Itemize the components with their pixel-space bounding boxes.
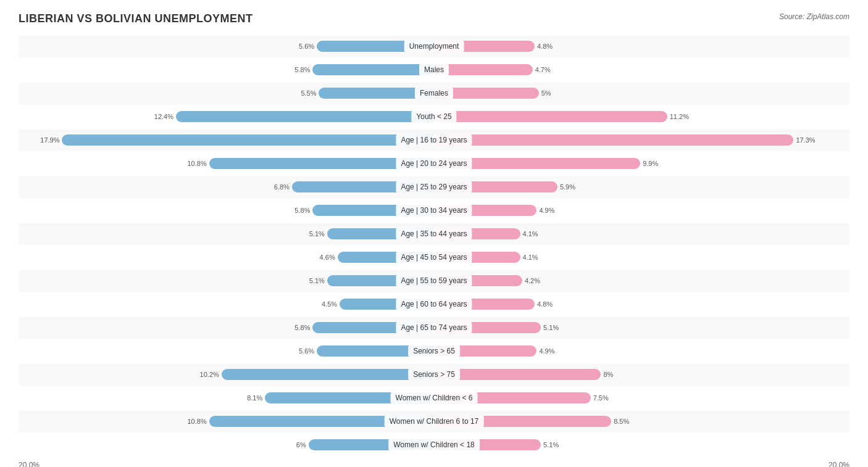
bolivian-bar <box>435 111 667 122</box>
axis-left-label: 20.0% <box>19 461 40 467</box>
left-section: 12.4% <box>19 105 434 128</box>
left-section: 6% <box>19 434 434 456</box>
bar-row: 10.8% Age | 20 to 24 years 9.9% <box>19 152 849 175</box>
chart-header: LIBERIAN VS BOLIVIAN UNEMPLOYMENT Source… <box>19 12 849 25</box>
right-section: 7.5% <box>434 387 849 409</box>
row-label: Age | 45 to 54 years <box>396 252 472 263</box>
right-section: 8.5% <box>434 410 849 432</box>
bar-row: 5.6% Unemployment 4.8% <box>19 35 849 57</box>
left-bar-wrapper: 17.9% <box>19 133 433 147</box>
row-inner: 5.6% Seniors > 65 4.9% <box>19 340 849 362</box>
right-section: 4.8% <box>434 35 849 57</box>
left-value: 5.6% <box>294 43 314 50</box>
row-inner: 5.1% Age | 55 to 59 years 4.2% <box>19 270 849 292</box>
right-value: 5.1% <box>543 441 563 448</box>
left-bar-wrapper: 5.1% <box>19 274 433 287</box>
liberian-bar <box>312 64 433 75</box>
right-section: 17.3% <box>434 129 849 151</box>
bar-row: 5.6% Seniors > 65 4.9% <box>19 340 849 362</box>
row-label: Women w/ Children < 18 <box>388 439 480 450</box>
left-bar-wrapper: 6% <box>19 438 433 452</box>
left-section: 5.5% <box>19 82 434 104</box>
right-value: 4.2% <box>525 277 545 284</box>
left-bar-wrapper: 4.5% <box>19 297 433 311</box>
right-value: 5.1% <box>543 324 563 331</box>
row-inner: 10.2% Seniors > 75 8% <box>19 363 849 386</box>
left-bar-wrapper: 5.5% <box>19 86 433 100</box>
liberian-bar <box>176 111 433 122</box>
right-section: 4.9% <box>434 199 849 221</box>
left-bar-wrapper: 5.8% <box>19 204 433 217</box>
right-section: 5.9% <box>434 176 849 198</box>
left-section: 17.9% <box>19 129 434 151</box>
bar-row: 5.5% Females 5% <box>19 82 849 104</box>
row-label: Males <box>419 64 449 75</box>
left-section: 8.1% <box>19 387 434 409</box>
right-value: 7.5% <box>593 394 613 402</box>
row-inner: 5.5% Females 5% <box>19 82 849 104</box>
bar-row: 6.8% Age | 25 to 29 years 5.9% <box>19 176 849 198</box>
left-value: 5.8% <box>290 207 310 214</box>
right-bar-wrapper: 4.9% <box>435 204 849 217</box>
right-bar-wrapper: 8.5% <box>435 415 849 428</box>
right-value: 11.2% <box>670 113 690 120</box>
row-label: Age | 60 to 64 years <box>396 299 472 310</box>
right-bar-wrapper: 4.9% <box>435 344 849 358</box>
axis-right-label: 20.0% <box>828 461 849 467</box>
left-value: 5.5% <box>296 89 316 97</box>
left-value: 10.8% <box>187 418 207 425</box>
chart-source: Source: ZipAtlas.com <box>779 12 849 21</box>
right-section: 4.8% <box>434 293 849 315</box>
chart-container: LIBERIAN VS BOLIVIAN UNEMPLOYMENT Source… <box>0 0 868 467</box>
right-bar-wrapper: 5.9% <box>435 180 849 194</box>
right-value: 8% <box>603 371 623 378</box>
row-label: Unemployment <box>404 41 464 52</box>
left-section: 10.8% <box>19 152 434 175</box>
left-bar-wrapper: 5.6% <box>19 344 433 358</box>
right-value: 17.3% <box>796 136 816 144</box>
row-inner: 17.9% Age | 16 to 19 years 17.3% <box>19 129 849 151</box>
right-section: 5.1% <box>434 316 849 339</box>
left-bar-wrapper: 6.8% <box>19 180 433 194</box>
bar-row: 5.1% Age | 55 to 59 years 4.2% <box>19 270 849 292</box>
left-value: 5.6% <box>294 347 314 355</box>
left-bar-wrapper: 5.6% <box>19 39 433 53</box>
right-bar-wrapper: 17.3% <box>435 133 849 147</box>
right-value: 4.8% <box>537 300 557 308</box>
right-section: 4.1% <box>434 246 849 268</box>
left-value: 4.6% <box>315 254 335 261</box>
right-section: 5.1% <box>434 434 849 456</box>
left-value: 5.1% <box>305 230 325 238</box>
right-bar-wrapper: 5.1% <box>435 438 849 452</box>
left-bar-wrapper: 5.8% <box>19 321 433 334</box>
row-label: Age | 25 to 29 years <box>396 181 472 192</box>
row-label: Females <box>415 88 453 99</box>
row-inner: 4.6% Age | 45 to 54 years 4.1% <box>19 246 849 268</box>
row-inner: 5.1% Age | 35 to 44 years 4.1% <box>19 223 849 245</box>
bar-row: 5.8% Males 4.7% <box>19 59 849 81</box>
row-label: Seniors > 75 <box>408 369 460 380</box>
right-section: 5% <box>434 82 849 104</box>
right-bar-wrapper: 5.1% <box>435 321 849 334</box>
left-value: 8.1% <box>243 394 262 402</box>
right-bar-wrapper: 4.8% <box>435 39 849 53</box>
bar-row: 4.6% Age | 45 to 54 years 4.1% <box>19 246 849 268</box>
bar-row: 4.5% Age | 60 to 64 years 4.8% <box>19 293 849 315</box>
row-label: Women w/ Children 6 to 17 <box>385 416 484 427</box>
right-value: 4.7% <box>535 66 555 73</box>
right-bar-wrapper: 4.1% <box>435 227 849 241</box>
row-label: Seniors > 65 <box>408 345 460 357</box>
left-section: 10.8% <box>19 410 434 432</box>
left-section: 10.2% <box>19 363 434 386</box>
row-inner: 4.5% Age | 60 to 64 years 4.8% <box>19 293 849 315</box>
right-value: 4.9% <box>539 207 559 214</box>
axis-row: 20.0% 20.0% <box>19 461 849 467</box>
bolivian-bar <box>435 64 533 75</box>
row-label: Women w/ Children < 6 <box>391 392 478 403</box>
right-value: 5% <box>541 89 561 97</box>
left-section: 5.6% <box>19 340 434 362</box>
row-label: Age | 30 to 34 years <box>396 205 472 216</box>
row-label: Age | 16 to 19 years <box>396 134 472 146</box>
right-bar-wrapper: 4.7% <box>435 63 849 76</box>
right-value: 4.1% <box>523 230 543 238</box>
